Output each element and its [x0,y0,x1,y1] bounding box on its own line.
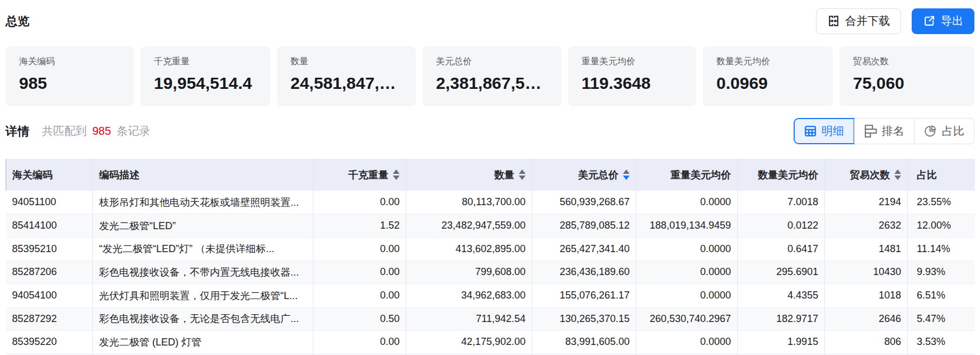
column-label-description: 编码描述 [99,168,139,182]
column-header-customs-code: 海关编码 [6,159,93,191]
cell-customs-code: 85395210 [6,237,93,261]
cell-usd-total: 83,991,605.00 [532,330,636,354]
stat-card-customs-code: 海关编码985 [6,46,134,106]
table-header-row: 海关编码编码描述千克重量数量美元总价重量美元均价数量美元均价贸易次数占比 [6,159,975,191]
cell-share: 3.53% [908,330,975,354]
column-header-trade-count[interactable]: 贸易次数 [825,159,908,191]
column-header-kg-weight[interactable]: 千克重量 [313,159,406,191]
cell-quantity: 34,962,683.00 [406,284,532,307]
cell-share: 23.55% [908,191,975,214]
column-label-trade-count: 贸易次数 [850,168,890,182]
stat-label-usd-total: 美元总价 [436,56,551,67]
view-tab-ranking[interactable]: 排名 [854,119,914,144]
column-label-weight-usd-avg: 重量美元均价 [670,168,731,182]
column-label-kg-weight: 千克重量 [348,168,388,182]
cell-weight-usd-avg: 0.0000 [636,284,738,307]
merge-download-label: 合并下载 [845,13,890,29]
cell-kg-weight: 0.00 [313,284,406,307]
match-suffix: 条记录 [116,125,150,137]
table-row: 85395220发光二极管 (LED) 灯管0.0042,175,902.008… [6,330,975,354]
stat-card-quantity-usd-avg: 数量美元均价0.0969 [703,46,833,106]
cell-kg-weight: 1.52 [313,214,406,238]
stat-card-usd-total: 美元总价2,381,867,5… [423,46,561,106]
match-count: 985 [92,125,111,137]
cell-description: 枝形吊灯和其他电动天花板或墙壁照明装置... [93,191,313,214]
cell-trade-count: 2194 [825,191,908,214]
column-label-quantity: 数量 [494,168,514,182]
stat-value-customs-code: 985 [19,73,124,93]
export-icon [923,15,936,27]
pie-chart-icon [924,125,937,138]
table-head: 海关编码编码描述千克重量数量美元总价重量美元均价数量美元均价贸易次数占比 [6,159,975,191]
sort-caret-icon-kg-weight [393,169,400,180]
cell-quantity: 80,113,700.00 [406,191,532,214]
stat-card-trade-count: 贸易次数75,060 [840,46,974,106]
cell-weight-usd-avg: 260,530,740.2967 [636,307,738,330]
stat-value-trade-count: 75,060 [853,73,964,93]
stat-label-customs-code: 海关编码 [19,56,124,67]
stat-card-weight-usd-avg: 重量美元均价119.3648 [568,46,696,106]
view-switch: 明细排名占比 [794,118,974,144]
column-label-share: 占比 [917,168,937,182]
detail-table: 海关编码编码描述千克重量数量美元总价重量美元均价数量美元均价贸易次数占比 940… [6,159,975,355]
details-bar: 详情 共匹配到985条记录 明细排名占比 [6,118,974,144]
cell-kg-weight: 0.00 [313,191,406,214]
cell-description: 发光二极管“LED” [93,214,313,238]
export-label: 导出 [941,13,963,29]
view-tab-proportion[interactable]: 占比 [914,119,974,144]
export-button[interactable]: 导出 [912,8,974,34]
table-row: 85287292彩色电视接收设备，无论是否包含无线电广...0.50711,94… [6,307,975,330]
topbar-actions: 合并下载 导出 [816,8,974,34]
table-row: 94054100光伏灯具和照明装置，仅用于发光二极管“L...0.0034,96… [6,284,975,307]
column-header-weight-usd-avg: 重量美元均价 [636,159,738,191]
cell-quantity-usd-avg: 1.9915 [738,330,825,354]
cell-trade-count: 1018 [825,284,908,307]
cell-description: 光伏灯具和照明装置，仅用于发光二极管“L... [93,284,313,307]
cell-customs-code: 85414100 [6,214,93,238]
cell-usd-total: 265,427,341.40 [532,237,636,261]
stat-value-weight-usd-avg: 119.3648 [582,73,686,93]
details-title: 详情 [6,124,30,139]
cell-weight-usd-avg: 0.0000 [636,261,738,284]
column-label-customs-code: 海关编码 [12,168,53,182]
ranking-icon [865,125,877,138]
merge-download-button[interactable]: 合并下载 [816,8,901,34]
details-left: 详情 共匹配到985条记录 [6,124,150,139]
cell-trade-count: 10430 [825,261,908,284]
table-row: 94051100枝形吊灯和其他电动天花板或墙壁照明装置...0.0080,113… [6,191,975,214]
sort-caret-icon-usd-total [623,169,630,180]
cell-quantity-usd-avg: 0.0122 [738,214,825,238]
column-header-description: 编码描述 [93,159,313,191]
stat-label-trade-count: 贸易次数 [853,56,964,67]
table-row: 85395210“发光二极管“LED”灯” （未提供详细标...0.00413,… [6,237,975,261]
cell-share: 11.14% [908,237,975,261]
topbar: 总览 合并下载 导出 [6,8,974,34]
cell-quantity: 413,602,895.00 [406,237,532,261]
match-record-text: 共匹配到985条记录 [42,124,150,139]
stat-card-quantity: 数量24,581,847,… [277,46,416,106]
view-tab-label-proportion: 占比 [942,124,964,139]
stat-value-kg-weight: 19,954,514.4 [154,73,260,93]
column-label-quantity-usd-avg: 数量美元均价 [758,168,818,182]
cell-weight-usd-avg: 0.0000 [636,330,738,354]
view-tab-label-detail: 明细 [822,124,844,139]
cell-weight-usd-avg: 0.0000 [636,191,738,214]
cell-quantity: 23,482,947,559.00 [406,214,532,238]
cell-usd-total: 285,789,085.12 [532,214,636,238]
stat-label-quantity-usd-avg: 数量美元均价 [716,56,823,67]
column-header-share: 占比 [908,159,975,191]
cell-customs-code: 85287206 [6,261,93,284]
cell-usd-total: 155,076,261.17 [532,284,636,307]
cell-share: 12.00% [908,214,975,238]
view-tab-detail[interactable]: 明细 [794,119,854,144]
column-header-quantity[interactable]: 数量 [406,159,532,191]
column-header-usd-total[interactable]: 美元总价 [532,159,636,191]
cell-quantity: 42,175,902.00 [406,330,532,354]
cell-kg-weight: 0.50 [313,307,406,330]
cell-description: 彩色电视接收设备，无论是否包含无线电广... [93,307,313,330]
column-label-usd-total: 美元总价 [578,168,618,182]
page-title: 总览 [6,13,30,29]
cell-description: 发光二极管 (LED) 灯管 [93,330,313,354]
stat-card-kg-weight: 千克重量19,954,514.4 [140,46,270,106]
stat-value-usd-total: 2,381,867,5… [436,73,551,93]
